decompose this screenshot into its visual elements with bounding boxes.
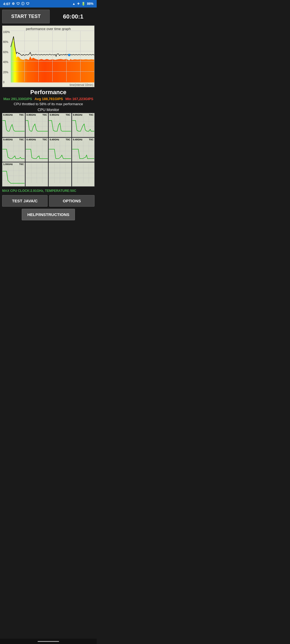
cpu-graph-0-1: [26, 116, 48, 136]
max-cpu-info: MAX CPU CLOCK:2.91GHz, TEMPERATURE:50C: [2, 188, 95, 193]
cpu-freq-0-3: 0.95GHz: [73, 114, 83, 116]
cpu-freq-1-0: 0.40GHz: [3, 138, 13, 141]
stat-max: Max 291,330GIPS: [3, 97, 32, 101]
y-label-80: 80%: [3, 41, 10, 43]
stat-min: Min 167,223GIPS: [65, 97, 93, 101]
cpu-monitor-section: CPU Monitor 0.95GHz T0C: [2, 108, 95, 186]
cpu-graph-1-3: [72, 141, 95, 161]
cpu-graph-2-0: [2, 166, 25, 186]
cpu-cell-header-0-1: 0.95GHz T0C: [26, 113, 48, 116]
cpu-cell-0-0: 0.95GHz T0C: [2, 113, 25, 137]
cpu-temp-2-0: T0C: [19, 163, 24, 166]
battery-level: 86%: [87, 2, 93, 6]
status-time: 4:07: [3, 2, 10, 6]
airplane-icon: ✈: [77, 2, 80, 6]
wifi-icon: ▲: [72, 2, 75, 6]
cpu-cell-2-2: [49, 162, 71, 186]
cpu-graph-1-1: [26, 141, 48, 161]
cpu-freq-0-0: 0.95GHz: [3, 114, 13, 116]
y-label-20: 20%: [3, 71, 10, 74]
cpu-graph-1-0: [2, 141, 25, 161]
cpu-graph-0-3: [72, 116, 95, 136]
status-left: 4:07 ⚙ 🛡 ⓘ 🛡: [3, 2, 29, 6]
cpu-cell-2-0: 1.55GHz T0C: [2, 162, 25, 186]
cpu-grid: 0.95GHz T0C 0.95GHz: [2, 113, 95, 186]
cpu-temp-0-1: T0C: [42, 114, 47, 116]
performance-title: Performance: [2, 89, 95, 96]
y-label-100: 100%: [3, 31, 10, 34]
cpu-cell-2-3: [72, 162, 95, 186]
cpu-monitor-title: CPU Monitor: [2, 108, 95, 112]
cpu-temp-0-3: T0C: [89, 114, 93, 116]
cpu-temp-1-0: T0C: [19, 138, 24, 141]
cpu-freq-1-2: 0.40GHz: [50, 138, 59, 141]
stat-avg: Avg 188,781GIPS: [35, 97, 63, 101]
cpu-graph-0-0: [2, 116, 25, 136]
graph-title: performance over time graph: [2, 26, 94, 31]
cpu-graph-2-2: [49, 163, 71, 183]
graph-svg: [2, 26, 94, 87]
cpu-cell-header-1-3: 0.40GHz T0C: [72, 138, 95, 141]
cpu-freq-1-3: 0.40GHz: [73, 138, 83, 141]
cpu-cell-header-0-0: 0.95GHz T0C: [2, 113, 25, 116]
cpu-freq-0-1: 0.95GHz: [27, 114, 36, 116]
cpu-cell-0-1: 0.95GHz T0C: [26, 113, 48, 137]
y-label-60: 60%: [3, 51, 10, 54]
info-icon: ⓘ: [21, 2, 24, 6]
cpu-temp-1-3: T0C: [89, 138, 93, 141]
y-axis: 100% 80% 60% 40% 20% 0: [2, 31, 10, 84]
shield-icon: 🛡: [16, 2, 20, 6]
cpu-temp-1-2: T0C: [66, 138, 70, 141]
status-right: ▲ ✈ 🔋 86%: [72, 2, 93, 6]
throttle-text: CPU throttled to 58% of its max performa…: [2, 102, 95, 106]
cpu-temp-0-2: T0C: [66, 114, 70, 116]
start-test-button[interactable]: START TEST: [2, 10, 50, 23]
y-label-0: 0: [3, 81, 10, 84]
battery-icon: 🔋: [81, 2, 85, 6]
main-content: START TEST 60:00:1 performance over time…: [0, 8, 97, 225]
cpu-graph-0-2: [49, 116, 71, 136]
cpu-cell-1-1: 0.40GHz T0C: [26, 138, 48, 162]
cpu-cell-2-1: [26, 162, 48, 186]
security-icon: 🛡: [26, 2, 29, 6]
options-button[interactable]: OPTIONS: [49, 195, 95, 207]
performance-stats: Max 291,330GIPS Avg 188,781GIPS Min 167,…: [2, 97, 95, 101]
cpu-cell-1-3: 0.40GHz T0C: [72, 138, 95, 162]
cpu-graph-2-1: [26, 163, 48, 183]
cpu-freq-2-0: 1.55GHz: [3, 163, 13, 166]
settings-icon: ⚙: [12, 2, 15, 6]
svg-point-2: [68, 54, 70, 56]
test-java-button[interactable]: TEST JAVA/C: [2, 195, 48, 207]
cpu-cell-header-0-3: 0.95GHz T0C: [72, 113, 95, 116]
cpu-cell-header-1-1: 0.40GHz T0C: [26, 138, 48, 141]
cpu-cell-header-2-0: 1.55GHz T0C: [2, 163, 25, 166]
cpu-cell-header-1-0: 0.40GHz T0C: [2, 138, 25, 141]
help-button[interactable]: HELP/INSTRUCTIONS: [22, 209, 75, 220]
cpu-graph-1-2: [49, 141, 71, 161]
cpu-cell-header-1-2: 0.40GHz T0C: [49, 138, 71, 141]
bottom-row: TEST JAVA/C OPTIONS: [2, 195, 95, 207]
performance-section: Performance Max 291,330GIPS Avg 188,781G…: [2, 89, 95, 106]
top-row: START TEST 60:00:1: [2, 10, 95, 23]
timer-display: 60:00:1: [52, 10, 95, 23]
cpu-freq-1-1: 0.40GHz: [27, 138, 36, 141]
cpu-cell-0-3: 0.95GHz T0C: [72, 113, 95, 137]
cpu-freq-0-2: 0.95GHz: [50, 114, 59, 116]
cpu-cell-header-0-2: 0.95GHz T0C: [49, 113, 71, 116]
y-label-40: 40%: [3, 61, 10, 64]
cpu-cell-1-2: 0.40GHz T0C: [49, 138, 71, 162]
cpu-temp-1-1: T0C: [42, 138, 47, 141]
cpu-graph-2-3: [72, 163, 95, 183]
time-label: time(interval 10min): [70, 83, 93, 86]
cpu-cell-1-0: 0.40GHz T0C: [2, 138, 25, 162]
cpu-cell-0-2: 0.95GHz T0C: [49, 113, 71, 137]
cpu-temp-0-0: T0C: [19, 114, 24, 116]
performance-graph: performance over time graph 100% 80% 60%…: [2, 25, 95, 87]
status-bar: 4:07 ⚙ 🛡 ⓘ 🛡 ▲ ✈ 🔋 86%: [0, 0, 97, 8]
